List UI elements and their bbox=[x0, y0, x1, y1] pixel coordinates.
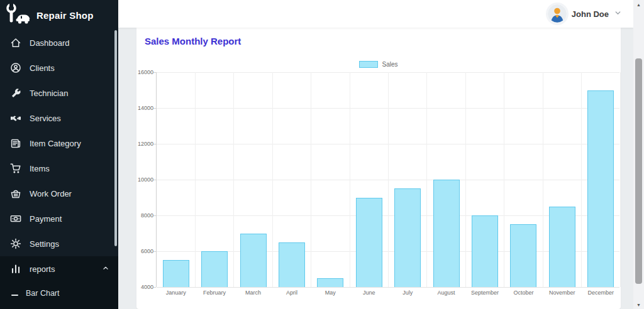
home-icon bbox=[10, 37, 21, 48]
user-name: John Doe bbox=[572, 9, 609, 19]
gridline-x bbox=[388, 72, 389, 287]
gridline-x bbox=[195, 72, 196, 287]
basket-icon bbox=[10, 188, 21, 199]
bar-chart: 40006000800010000120001400016000JanuaryF… bbox=[156, 72, 619, 287]
sidebar-item-clients[interactable]: Clients bbox=[0, 55, 118, 80]
sidebar-item-label: Technician bbox=[30, 89, 68, 98]
app-root: Repair Shop DashboardClientsTechnicianSe… bbox=[0, 0, 644, 309]
sidebar-item-technician[interactable]: Technician bbox=[0, 80, 118, 106]
bar-february[interactable] bbox=[201, 251, 228, 287]
sidebar-item-dashboard[interactable]: Dashboard bbox=[0, 30, 118, 55]
sidebar: Repair Shop DashboardClientsTechnicianSe… bbox=[0, 0, 118, 309]
gridline-x bbox=[350, 72, 350, 287]
gridline-x bbox=[504, 72, 504, 287]
chart-legend[interactable]: Sales bbox=[136, 61, 621, 68]
sidebar-item-payment[interactable]: Payment bbox=[0, 206, 118, 231]
y-tick bbox=[153, 287, 156, 288]
scroll-down-arrow-icon[interactable]: ▼ bbox=[633, 300, 644, 309]
sidebar-subitem-label: Bar Chart bbox=[26, 289, 60, 298]
sidebar-item-label: Items bbox=[30, 164, 50, 173]
sidebar-item-label: reports bbox=[30, 264, 55, 274]
x-axis-label: April bbox=[272, 290, 311, 296]
legend-sales-swatch bbox=[359, 61, 378, 68]
bar-may[interactable] bbox=[317, 278, 343, 287]
gridline-x bbox=[233, 72, 234, 287]
y-tick bbox=[153, 144, 156, 144]
gridline-x bbox=[272, 72, 273, 287]
report-card: Sales Monthly Report Sales 4000600080001… bbox=[136, 28, 621, 309]
y-axis-label: 4000 bbox=[128, 284, 153, 290]
clients-icon bbox=[10, 62, 21, 73]
handshake-icon bbox=[10, 112, 21, 124]
bar-september[interactable] bbox=[472, 215, 498, 287]
bar-december[interactable] bbox=[587, 90, 614, 288]
scroll-up-arrow-icon[interactable]: ▲ bbox=[633, 0, 644, 9]
bar-june[interactable] bbox=[356, 198, 382, 288]
gridline-x bbox=[581, 72, 582, 287]
bar-april[interactable] bbox=[279, 242, 305, 287]
user-menu[interactable]: John Doe bbox=[548, 4, 622, 23]
sidebar-item-label: Item Category bbox=[30, 139, 81, 148]
chevron-up-icon bbox=[102, 263, 109, 274]
sidebar-item-label: Dashboard bbox=[30, 38, 70, 48]
sidebar-item-label: Payment bbox=[30, 214, 62, 224]
sidebar-item-work-order[interactable]: Work Order bbox=[0, 181, 118, 206]
chevron-down-icon bbox=[614, 8, 622, 19]
gridline-x bbox=[543, 72, 543, 287]
x-axis-label: May bbox=[311, 290, 350, 296]
dash-icon bbox=[11, 288, 18, 299]
bar-november[interactable] bbox=[549, 207, 575, 287]
sidebar-item-label: Work Order bbox=[30, 189, 72, 198]
brand-title: Repair Shop bbox=[36, 10, 94, 21]
brand[interactable]: Repair Shop bbox=[0, 0, 118, 29]
y-axis-label: 16000 bbox=[128, 69, 153, 75]
x-axis-label: March bbox=[234, 290, 272, 296]
x-axis-label: November bbox=[543, 290, 581, 296]
bar-august[interactable] bbox=[433, 180, 460, 287]
y-axis-label: 6000 bbox=[128, 248, 153, 254]
window-scrollbar-thumb[interactable] bbox=[635, 58, 642, 284]
sidebar-scrollbar-thumb[interactable] bbox=[114, 30, 117, 246]
reports-section: reports Bar Chart bbox=[0, 256, 118, 309]
sidebar-item-label: Services bbox=[30, 114, 61, 123]
y-axis-label: 10000 bbox=[128, 176, 153, 183]
x-axis-label: June bbox=[350, 290, 388, 296]
newspaper-icon bbox=[10, 138, 21, 149]
bar-march[interactable] bbox=[240, 234, 267, 288]
sidebar-item-label: Clients bbox=[30, 63, 55, 73]
bar-january[interactable] bbox=[163, 260, 189, 287]
gridline-x bbox=[620, 72, 621, 287]
sidebar-item-settings[interactable]: Settings bbox=[0, 231, 118, 256]
y-axis-label: 12000 bbox=[128, 141, 153, 147]
banknote-icon bbox=[10, 213, 21, 224]
user-avatar-icon bbox=[548, 4, 567, 23]
sidebar-item-items[interactable]: Items bbox=[0, 156, 118, 181]
sidebar-item-reports[interactable]: reports bbox=[0, 256, 118, 281]
sidebar-item-item-category[interactable]: Item Category bbox=[0, 131, 118, 156]
gridline-x bbox=[465, 72, 466, 287]
gridline-x bbox=[426, 72, 427, 287]
cart-icon bbox=[10, 163, 21, 174]
wrench-icon bbox=[10, 87, 21, 99]
sidebar-nav: DashboardClientsTechnicianServicesItem C… bbox=[0, 30, 118, 256]
x-axis-label: January bbox=[157, 290, 195, 296]
x-axis-label: August bbox=[427, 290, 465, 296]
bar-july[interactable] bbox=[394, 188, 421, 287]
x-axis-label: December bbox=[582, 290, 620, 296]
y-tick bbox=[153, 180, 156, 180]
sidebar-subitem-bar-chart[interactable]: Bar Chart bbox=[0, 281, 118, 305]
bar-october[interactable] bbox=[510, 224, 536, 287]
gridline-x bbox=[311, 72, 311, 287]
sidebar-item-label: Settings bbox=[30, 239, 59, 249]
window-scrollbar[interactable]: ▲ ▼ bbox=[633, 0, 644, 309]
y-tick bbox=[153, 251, 156, 252]
x-axis-label: September bbox=[465, 290, 504, 296]
sidebar-item-services[interactable]: Services bbox=[0, 106, 118, 131]
x-axis-label: October bbox=[504, 290, 543, 296]
y-tick bbox=[153, 215, 156, 216]
page-title: Sales Monthly Report bbox=[145, 36, 241, 46]
y-axis-label: 14000 bbox=[128, 105, 153, 111]
topbar: John Doe bbox=[118, 0, 633, 28]
main-content: Sales Monthly Report Sales 4000600080001… bbox=[118, 28, 633, 309]
legend-sales-label: Sales bbox=[382, 61, 397, 68]
